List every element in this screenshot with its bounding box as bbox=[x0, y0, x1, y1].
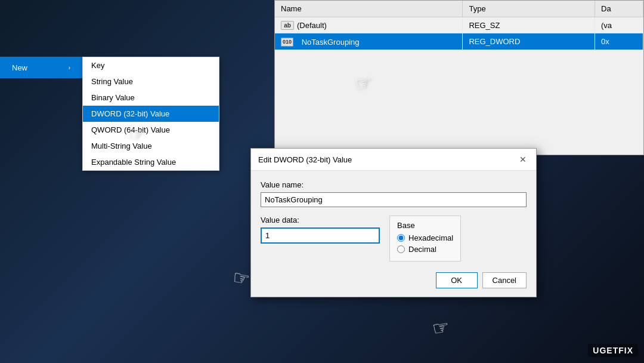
col-type: Type bbox=[463, 1, 595, 17]
edit-dword-dialog: Edit DWORD (32-bit) Value ✕ Value name: … bbox=[250, 148, 537, 297]
registry-table: Name Type Da ab (Default) REG_SZ (va bbox=[275, 1, 643, 50]
col-name: Name bbox=[275, 1, 463, 17]
radio-decimal[interactable]: Decimal bbox=[397, 245, 453, 254]
submenu-item-expandable[interactable]: Expandable String Value bbox=[83, 154, 219, 170]
radio-hex-input[interactable] bbox=[397, 234, 405, 242]
col-data: Da bbox=[595, 1, 643, 17]
radio-hex-label: Hexadecimal bbox=[408, 233, 453, 242]
value-name-label: Value name: bbox=[261, 180, 527, 189]
value-data-input[interactable] bbox=[261, 227, 380, 244]
value-data-label: Value data: bbox=[261, 216, 380, 224]
value-data-group: Value data: bbox=[261, 216, 380, 262]
dialog-body: Value name: Value data: Base Hexadecimal… bbox=[251, 171, 536, 297]
dialog-buttons: OK Cancel bbox=[261, 270, 527, 288]
dialog-close-button[interactable]: ✕ bbox=[517, 153, 529, 165]
submenu: Key String Value Binary Value DWORD (32-… bbox=[82, 57, 219, 171]
new-button-arrow: › bbox=[69, 64, 70, 71]
submenu-item-string[interactable]: String Value bbox=[83, 73, 219, 90]
cancel-button[interactable]: Cancel bbox=[482, 272, 527, 288]
submenu-item-dword[interactable]: DWORD (32-bit) Value bbox=[83, 106, 219, 122]
context-menu-wrapper: New › Key String Value Binary Value DWOR… bbox=[0, 57, 219, 171]
watermark: UGETFIX bbox=[588, 344, 638, 357]
ok-button[interactable]: OK bbox=[436, 272, 478, 288]
submenu-item-binary[interactable]: Binary Value bbox=[83, 90, 219, 106]
hex-icon: 010 bbox=[281, 38, 293, 47]
registry-panel: Name Type Da ab (Default) REG_SZ (va bbox=[274, 0, 644, 155]
row-type: REG_SZ bbox=[463, 17, 595, 33]
row-name-selected: 010 NoTaskGrouping bbox=[275, 33, 463, 50]
value-name-input[interactable] bbox=[261, 192, 527, 207]
base-group: Base Hexadecimal Decimal bbox=[389, 216, 461, 262]
new-button[interactable]: New › bbox=[0, 57, 82, 78]
table-row-selected[interactable]: 010 NoTaskGrouping REG_DWORD 0x bbox=[275, 33, 643, 50]
submenu-item-qword[interactable]: QWORD (64-bit) Value bbox=[83, 122, 219, 138]
row-name: ab (Default) bbox=[275, 17, 463, 33]
submenu-item-multi[interactable]: Multi-String Value bbox=[83, 138, 219, 154]
base-title: Base bbox=[397, 221, 453, 230]
new-button-label: New bbox=[12, 63, 27, 72]
dialog-title: Edit DWORD (32-bit) Value bbox=[258, 155, 352, 164]
value-data-row: Value data: Base Hexadecimal Decimal bbox=[261, 216, 527, 262]
submenu-item-key[interactable]: Key bbox=[83, 57, 219, 73]
radio-dec-input[interactable] bbox=[397, 245, 405, 253]
row-type-selected: REG_DWORD bbox=[463, 33, 595, 50]
radio-dec-label: Decimal bbox=[408, 245, 436, 254]
radio-hexadecimal[interactable]: Hexadecimal bbox=[397, 233, 453, 242]
dialog-titlebar: Edit DWORD (32-bit) Value ✕ bbox=[251, 149, 536, 171]
ab-icon: ab bbox=[281, 21, 294, 30]
table-row[interactable]: ab (Default) REG_SZ (va bbox=[275, 17, 643, 33]
row-data: (va bbox=[595, 17, 643, 33]
row-data-selected: 0x bbox=[595, 33, 643, 50]
